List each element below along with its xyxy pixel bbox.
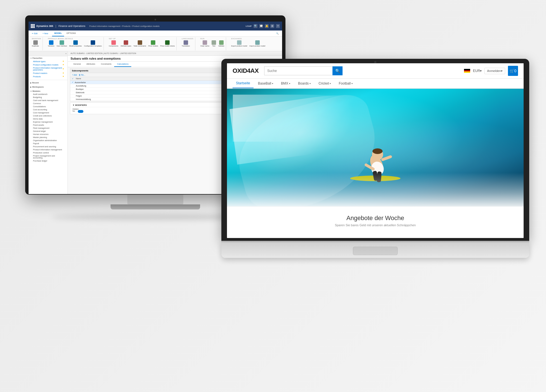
add-subcomp-button[interactable]: + Add	[72, 74, 77, 76]
remove-subcomp-button[interactable]: 🗑 Re...	[79, 74, 85, 76]
import-button[interactable]: Import product model	[249, 40, 265, 47]
translation-button[interactable]: Translation	[182, 40, 190, 47]
ribbon-group-run: RUN Clear cache Test	[199, 37, 226, 50]
toggle-no[interactable]	[78, 110, 83, 113]
nav-baseball[interactable]: BaseBall ▾	[255, 79, 276, 88]
currency-selector[interactable]: EUR▾	[473, 69, 482, 73]
recent-title[interactable]: ▶Recent	[30, 82, 66, 84]
laptop-body	[221, 242, 529, 258]
test-button[interactable]: Test	[212, 40, 216, 47]
nav-cricket[interactable]: Cricket ▾	[315, 79, 334, 88]
settings-icon[interactable]: ⚙	[270, 24, 274, 28]
module-name: Finance and Operations	[58, 25, 85, 27]
ribbon-group-title-setup: SET UP	[109, 38, 175, 39]
sidebar-item-product-masters[interactable]: Product masters★	[30, 71, 66, 75]
user-interface-button[interactable]: User interface	[57, 40, 67, 47]
cart-button[interactable]: 🛒 0	[508, 66, 518, 76]
recent-section: ▶Recent	[29, 81, 67, 85]
sidebar-item-fleet[interactable]: Fleet management	[30, 127, 66, 130]
versions-button[interactable]: Versions	[48, 40, 54, 47]
sidebar-item-expense[interactable]: Expense management	[30, 120, 66, 123]
tab-general[interactable]: General	[71, 62, 84, 67]
sidebar-item-master-plan[interactable]: Master planning	[30, 136, 66, 139]
sidebar-collapse-button[interactable]: ‹	[29, 51, 67, 56]
edit-button[interactable]: ✏ Edit	[31, 32, 39, 35]
sidebar-item-pim-params[interactable]: Product information management parameter…	[30, 66, 66, 71]
sidebar-item-products[interactable]: Products★	[30, 75, 66, 78]
favorites-title: ▼ Favourites	[30, 57, 66, 59]
ribbon-search-icon[interactable]: 🔍	[275, 32, 280, 35]
components-button[interactable]: Components	[109, 40, 118, 47]
table-constraints-button[interactable]: Table constraints	[133, 40, 146, 47]
nav-bmx[interactable]: BMX ▾	[278, 79, 294, 88]
tab-model[interactable]: MODEL	[52, 31, 64, 36]
nav-football[interactable]: Football ▾	[335, 79, 356, 88]
svg-point-8	[372, 148, 383, 154]
laptop: OXID4AX 🔍 EUR▾ Anmelde	[221, 59, 529, 269]
nav-boards[interactable]: Boards ▾	[295, 79, 314, 88]
model-properties-button[interactable]: Model properties	[69, 40, 82, 47]
laptop-touchpad[interactable]	[353, 247, 398, 255]
notification-icon[interactable]: 🔔	[265, 24, 269, 28]
nav-startseite[interactable]: Startseite	[233, 79, 254, 88]
attr-types-button[interactable]: Attribute types	[121, 40, 131, 47]
sidebar-item-general-ledger[interactable]: General ledger	[30, 130, 66, 133]
favorites-section: ▼ Favourites Attribute types★ Product co…	[29, 56, 67, 79]
tab-options[interactable]: OPTIONS	[64, 31, 78, 36]
tab-calculations[interactable]: Calculations	[114, 62, 131, 67]
search-input[interactable]	[264, 66, 332, 75]
chat-icon[interactable]: 💬	[259, 24, 263, 28]
price-model-criteria-button[interactable]: Price model criteria	[160, 40, 175, 47]
shop-hero-banner	[227, 89, 524, 206]
tab-attributes[interactable]: Attributes	[84, 62, 98, 67]
nav-separator: |	[55, 24, 56, 28]
monitor-stand	[127, 195, 183, 204]
ribbon-run-items: Clear cache Test Validate	[200, 40, 224, 47]
sidebar-item-demo[interactable]: Demo data	[30, 117, 66, 120]
clear-cache-button[interactable]: Clear cache	[200, 40, 209, 47]
sidebar-item-product-config[interactable]: Product configuration models★	[30, 63, 66, 66]
sidebar-item-fixed-assets[interactable]: Fixed assets	[30, 123, 66, 127]
duplicate-button[interactable]: Duplicate	[32, 40, 39, 47]
sidebar-item-purchase[interactable]: Purchase ledger	[30, 159, 66, 162]
sidebar-item-pim[interactable]: Product information management	[30, 148, 66, 151]
ribbon-group-title-run: RUN	[200, 38, 224, 39]
topbar-breadcrumb: Product information management › Product…	[89, 25, 160, 27]
ribbon-group-title-details: PRODUCT MODEL DETAILS	[48, 38, 102, 39]
new-button[interactable]: + New	[41, 32, 49, 35]
validate-button[interactable]: Validate	[218, 40, 224, 47]
shop-nav: Startseite BaseBall ▾ BMX ▾ Boards ▾ Cri…	[227, 79, 524, 89]
price-models-button[interactable]: Price models	[148, 40, 158, 47]
sidebar-item-common[interactable]: Common	[30, 102, 66, 105]
waffle-icon[interactable]	[31, 24, 35, 28]
sidebar-item-org-admin[interactable]: Organisation administration	[30, 139, 66, 142]
sidebar-item-cost-mgmt[interactable]: Cost management	[30, 111, 66, 114]
sidebar-item-payroll[interactable]: Payroll	[30, 142, 66, 145]
ribbon-maintain-items: Duplicate	[32, 40, 41, 47]
help-icon[interactable]: ?	[276, 24, 280, 28]
config-templates-button[interactable]: Configuration templates	[84, 40, 102, 47]
sidebar-item-cost-accounting[interactable]: Cost accounting	[30, 108, 66, 111]
ribbon-group-maintain: MAINTAIN Duplicate	[30, 37, 43, 50]
sidebar-item-audit[interactable]: Audit workbench	[30, 93, 66, 96]
sidebar-item-project[interactable]: Project management and accounting	[30, 154, 66, 159]
sidebar-item-hr[interactable]: Human resources	[30, 133, 66, 136]
login-button[interactable]: Anmelden▾	[484, 68, 505, 74]
sidebar-item-credit[interactable]: Credit and collections	[30, 114, 66, 117]
sidebar-item-budgeting[interactable]: Budgeting	[30, 96, 66, 99]
ribbon-tabs-bar: ✏ Edit + New MODEL OPTIONS 🔍	[29, 31, 282, 37]
sidebar-item-consolidations[interactable]: Consolidations	[30, 105, 66, 108]
search-icon[interactable]: 🔍	[254, 24, 257, 28]
tab-constraints[interactable]: Constraints	[98, 62, 114, 67]
shop-logo: OXID4AX	[233, 67, 259, 74]
sidebar-item-production[interactable]: Production control	[30, 151, 66, 154]
modules-title[interactable]: ▼Modules	[30, 90, 66, 92]
sidebar-item-procurement[interactable]: Procurement and sourcing	[30, 145, 66, 148]
export-button[interactable]: Export product model	[231, 40, 247, 47]
check-column: ✓	[72, 78, 74, 80]
sidebar-item-attr-types[interactable]: Attribute types★	[30, 60, 66, 63]
user-label: USMF	[245, 25, 252, 27]
search-button[interactable]: 🔍	[332, 66, 343, 75]
sidebar-item-cash-bank[interactable]: Cash and bank management	[30, 99, 66, 102]
workspaces-title[interactable]: ▶Workspaces	[30, 86, 66, 88]
